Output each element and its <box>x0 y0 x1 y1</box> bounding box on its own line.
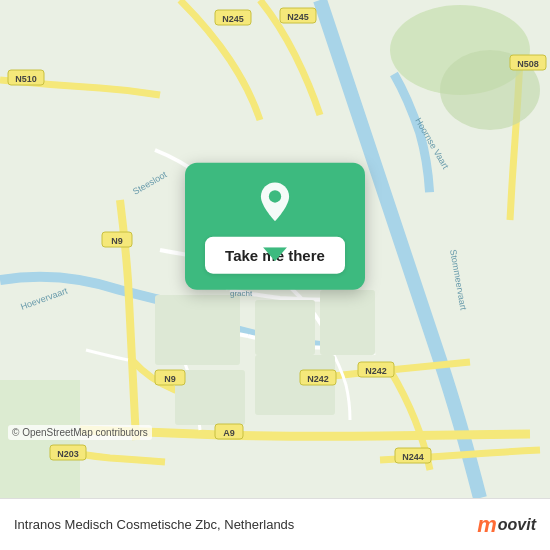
svg-text:A9: A9 <box>223 428 235 438</box>
copyright-text: © OpenStreetMap contributors <box>8 425 152 440</box>
svg-text:N242: N242 <box>307 374 329 384</box>
take-me-there-button[interactable]: Take me there <box>205 237 345 274</box>
svg-text:N9: N9 <box>164 374 176 384</box>
moovit-text: oovit <box>498 516 536 534</box>
svg-text:N242: N242 <box>365 366 387 376</box>
app: N510 N245 N245 N9 N9 A9 N242 N242 N203 <box>0 0 550 550</box>
svg-text:gracht: gracht <box>230 289 253 298</box>
svg-text:N510: N510 <box>15 74 37 84</box>
map-container: N510 N245 N245 N9 N9 A9 N242 N242 N203 <box>0 0 550 498</box>
svg-rect-6 <box>320 290 375 355</box>
svg-rect-5 <box>255 300 315 355</box>
bottom-bar: Intranos Medisch Cosmetische Zbc, Nether… <box>0 498 550 550</box>
svg-text:N244: N244 <box>402 452 424 462</box>
moovit-m-letter: m <box>477 512 496 538</box>
svg-point-36 <box>269 190 281 202</box>
popup-card: Take me there <box>185 163 365 290</box>
svg-text:N508: N508 <box>517 59 539 69</box>
moovit-logo: m oovit <box>477 512 536 538</box>
svg-text:N203: N203 <box>57 449 79 459</box>
svg-text:N245: N245 <box>287 12 309 22</box>
svg-text:N245: N245 <box>222 14 244 24</box>
svg-rect-4 <box>155 295 240 365</box>
location-label: Intranos Medisch Cosmetische Zbc, Nether… <box>14 517 294 532</box>
location-pin-icon <box>253 181 297 225</box>
svg-text:N9: N9 <box>111 236 123 246</box>
